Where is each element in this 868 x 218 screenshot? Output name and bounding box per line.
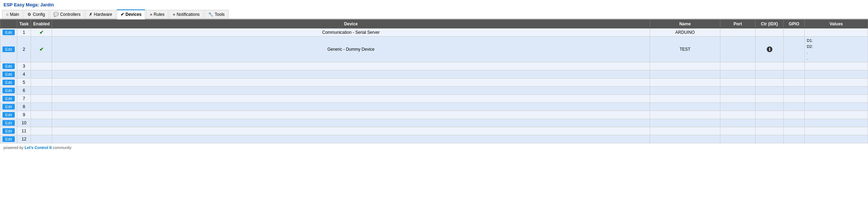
main-icon: ○ — [6, 12, 8, 17]
config-icon: ⚙ — [27, 12, 31, 17]
checkmark-icon: ✔ — [39, 30, 44, 35]
device-sensor-name: TEST — [650, 37, 720, 62]
edit-button-8[interactable]: Edit — [2, 104, 15, 110]
table-row: Edit5 — [0, 79, 868, 87]
table-row: Edit6 — [0, 87, 868, 95]
nav-tab-label-rules: Rules — [154, 12, 165, 17]
edit-button-12[interactable]: Edit — [2, 136, 15, 142]
edit-button-3[interactable]: Edit — [2, 63, 15, 69]
nav-tab-notifications[interactable]: »Notifications — [169, 10, 204, 19]
values-cell — [805, 127, 868, 135]
device-name — [52, 127, 650, 135]
ctr-cell — [756, 62, 784, 70]
device-sensor-name: ARDUINO — [650, 29, 720, 37]
table-row: Edit2✔Generic - Dummy DeviceTESTℹD1:D2:.… — [0, 37, 868, 62]
task-number: 7 — [17, 95, 31, 103]
task-number: 11 — [17, 127, 31, 135]
port-cell — [720, 37, 756, 62]
task-number: 12 — [17, 135, 31, 143]
ctr-cell: ℹ — [756, 37, 784, 62]
edit-cell: Edit — [0, 87, 17, 95]
col-header-values: Values — [805, 20, 868, 29]
info-icon: ℹ — [767, 46, 772, 52]
task-number: 9 — [17, 111, 31, 119]
edit-cell: Edit — [0, 103, 17, 111]
col-header-name: Name — [650, 20, 720, 29]
values-cell — [805, 135, 868, 143]
nav-tab-label-config: Config — [33, 12, 45, 17]
gpio-cell — [784, 119, 805, 127]
table-row: Edit9 — [0, 111, 868, 119]
gpio-cell — [784, 103, 805, 111]
enabled-cell — [31, 62, 52, 70]
device-sensor-name — [650, 87, 720, 95]
values-cell — [805, 79, 868, 87]
nav-tab-tools[interactable]: 🔧Tools — [204, 10, 229, 19]
enabled-cell: ✔ — [31, 29, 52, 37]
table-row: Edit10 — [0, 119, 868, 127]
port-cell — [720, 29, 756, 37]
task-number: 10 — [17, 119, 31, 127]
nav-tab-hardware[interactable]: ✗Hardware — [85, 10, 116, 19]
page-title[interactable]: ESP Easy Mega: Jardin — [4, 2, 54, 7]
device-sensor-name — [650, 79, 720, 87]
device-name — [52, 119, 650, 127]
gpio-cell — [784, 37, 805, 62]
col-header-ctr: Ctr (IDX) — [756, 20, 784, 29]
ctr-cell — [756, 135, 784, 143]
device-sensor-name — [650, 95, 720, 103]
nav-tab-label-controllers: Controllers — [60, 12, 81, 17]
nav-tab-label-hardware: Hardware — [94, 12, 112, 17]
nav-tab-main[interactable]: ○Main — [2, 10, 23, 19]
nav-tab-label-notifications: Notifications — [176, 12, 199, 17]
col-header-enabled: Enabled — [31, 20, 52, 29]
edit-cell: Edit — [0, 29, 17, 37]
rules-icon: » — [150, 12, 152, 17]
edit-button-5[interactable]: Edit — [2, 80, 15, 85]
table-row: Edit3 — [0, 62, 868, 70]
port-cell — [720, 87, 756, 95]
checkmark-icon: ✔ — [39, 46, 44, 52]
footer-prefix: powered by — [4, 145, 25, 150]
port-cell — [720, 95, 756, 103]
edit-button-4[interactable]: Edit — [2, 71, 15, 77]
table-row: Edit7 — [0, 95, 868, 103]
port-cell — [720, 70, 756, 79]
edit-cell: Edit — [0, 62, 17, 70]
enabled-cell — [31, 70, 52, 79]
enabled-cell — [31, 119, 52, 127]
edit-cell: Edit — [0, 37, 17, 62]
nav-tab-devices[interactable]: ✔Devices — [117, 10, 145, 19]
edit-button-1[interactable]: Edit — [2, 30, 15, 35]
edit-cell: Edit — [0, 127, 17, 135]
footer-link[interactable]: Let's Control It — [25, 145, 52, 150]
nav-tab-controllers[interactable]: 💬Controllers — [50, 10, 84, 19]
edit-button-10[interactable]: Edit — [2, 120, 15, 126]
edit-button-2[interactable]: Edit — [2, 46, 15, 52]
table-row: Edit8 — [0, 103, 868, 111]
device-name — [52, 70, 650, 79]
port-cell — [720, 119, 756, 127]
gpio-cell — [784, 79, 805, 87]
edit-cell: Edit — [0, 119, 17, 127]
enabled-cell: ✔ — [31, 37, 52, 62]
col-header-task — [0, 20, 17, 29]
edit-button-11[interactable]: Edit — [2, 128, 15, 134]
nav-tab-rules[interactable]: »Rules — [146, 10, 168, 19]
page-header: ESP Easy Mega: Jardin — [0, 0, 868, 10]
nav-tab-label-devices: Devices — [126, 12, 141, 17]
device-sensor-name — [650, 103, 720, 111]
edit-cell: Edit — [0, 70, 17, 79]
ctr-cell — [756, 79, 784, 87]
values-cell — [805, 87, 868, 95]
port-cell — [720, 111, 756, 119]
col-header-gpio: GPIO — [784, 20, 805, 29]
edit-button-6[interactable]: Edit — [2, 88, 15, 93]
nav-tab-config[interactable]: ⚙Config — [24, 10, 49, 19]
values-cell — [805, 95, 868, 103]
enabled-cell — [31, 87, 52, 95]
edit-cell: Edit — [0, 95, 17, 103]
edit-button-9[interactable]: Edit — [2, 112, 15, 118]
gpio-cell — [784, 127, 805, 135]
edit-button-7[interactable]: Edit — [2, 96, 15, 101]
